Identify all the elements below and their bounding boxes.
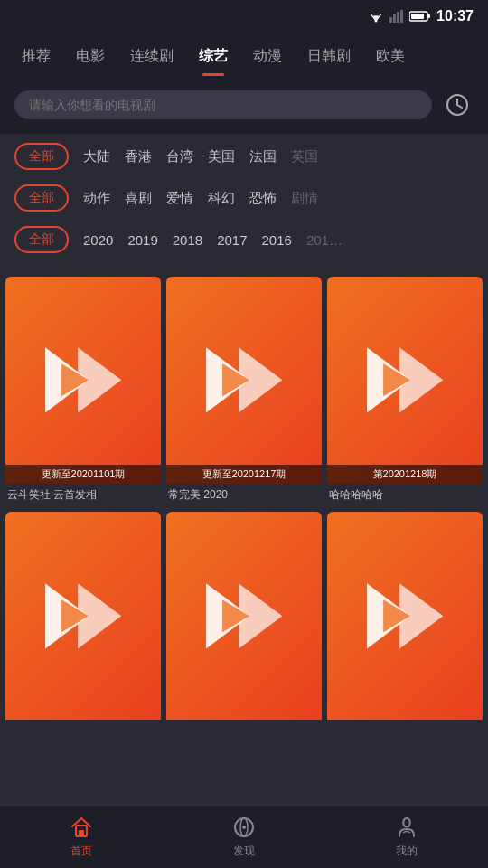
svg-rect-10 [411, 14, 424, 19]
signal-icon [389, 10, 404, 23]
tab-series[interactable]: 连续剧 [117, 33, 186, 80]
tencent-logo-3 [351, 307, 459, 453]
card-2-badge: 更新至20201217期 [166, 465, 322, 484]
card-2[interactable]: 更新至20201217期 常完美 2020 [166, 277, 322, 506]
card-5-thumbnail [166, 512, 322, 719]
clock-icon [446, 93, 469, 117]
card-6-title [327, 720, 483, 727]
filter-uk[interactable]: 英国 [291, 148, 318, 165]
filter-drama[interactable]: 剧情 [291, 190, 318, 207]
filter-france[interactable]: 法国 [249, 148, 277, 165]
filter-row-genre: 全部 动作 喜剧 爱情 科幻 恐怖 剧情 [14, 184, 474, 212]
svg-line-13 [457, 105, 462, 108]
filter-usa[interactable]: 美国 [208, 148, 235, 165]
svg-rect-4 [389, 17, 392, 23]
filter-comedy[interactable]: 喜剧 [125, 190, 152, 207]
search-input[interactable] [29, 98, 418, 112]
bottom-nav-profile-label: 我的 [396, 844, 418, 859]
tab-western[interactable]: 欧美 [363, 33, 418, 80]
card-2-title: 常完美 2020 [166, 484, 322, 506]
tab-movie[interactable]: 电影 [63, 33, 117, 80]
card-2-thumbnail: 更新至20201217期 [166, 277, 322, 484]
filter-2017[interactable]: 2017 [217, 232, 247, 248]
svg-rect-5 [393, 14, 396, 23]
filter-2018[interactable]: 2018 [173, 232, 202, 248]
filter-scifi[interactable]: 科幻 [208, 190, 235, 207]
tab-variety[interactable]: 综艺 [186, 33, 240, 80]
filter-2019[interactable]: 2019 [127, 232, 157, 248]
tencent-logo-5 [190, 543, 298, 689]
card-4[interactable] [5, 512, 161, 726]
card-3-badge: 第20201218期 [327, 465, 483, 484]
tencent-logo-2 [190, 307, 298, 453]
tab-recommend[interactable]: 推荐 [9, 33, 63, 80]
svg-rect-7 [400, 10, 403, 23]
profile-icon [394, 815, 419, 840]
bottom-nav-home[interactable]: 首页 [69, 815, 94, 859]
filter-row-region: 全部 大陆 香港 台湾 美国 法国 英国 [14, 143, 474, 170]
filter-all-region[interactable]: 全部 [14, 143, 69, 170]
content-grid: 更新至20201101期 云斗笑社·云首发相 更新至20201217期 常完美 … [0, 268, 488, 727]
card-1-title: 云斗笑社·云首发相 [5, 484, 161, 506]
card-1-thumbnail: 更新至20201101期 [5, 277, 161, 484]
filter-row-year: 全部 2020 2019 2018 2017 2016 201… [14, 226, 474, 253]
filter-all-year[interactable]: 全部 [14, 226, 69, 253]
search-bar [0, 80, 488, 134]
filter-older[interactable]: 201… [306, 232, 343, 248]
bottom-nav: 首页 发现 我的 [0, 805, 488, 868]
bottom-nav-home-label: 首页 [70, 844, 92, 859]
filter-taiwan[interactable]: 台湾 [166, 148, 193, 165]
filter-romance[interactable]: 爱情 [166, 190, 193, 207]
bottom-nav-discover[interactable]: 发现 [231, 815, 257, 859]
svg-point-18 [242, 826, 246, 829]
filter-hongkong[interactable]: 香港 [125, 148, 152, 165]
wifi-icon [368, 10, 384, 23]
status-bar: 10:37 [0, 0, 488, 33]
tab-anime[interactable]: 动漫 [240, 33, 295, 80]
battery-icon [409, 10, 431, 23]
bottom-nav-discover-label: 发现 [233, 844, 255, 859]
search-input-wrap[interactable] [14, 90, 432, 119]
history-button[interactable] [441, 89, 474, 121]
svg-rect-6 [397, 12, 399, 23]
filter-action[interactable]: 动作 [83, 190, 110, 207]
card-5[interactable] [166, 512, 322, 726]
card-3[interactable]: 第20201218期 哈哈哈哈哈 [327, 277, 483, 506]
filter-mainland[interactable]: 大陆 [83, 148, 110, 165]
svg-rect-15 [79, 830, 84, 836]
card-5-title [166, 720, 322, 727]
card-1[interactable]: 更新至20201101期 云斗笑社·云首发相 [5, 277, 161, 506]
card-6-thumbnail [327, 512, 483, 719]
status-time: 10:37 [436, 8, 474, 24]
card-1-badge: 更新至20201101期 [5, 465, 161, 484]
status-icons: 10:37 [368, 8, 474, 24]
discover-icon [231, 815, 257, 840]
tencent-logo-4 [29, 543, 137, 689]
filter-all-genre[interactable]: 全部 [14, 184, 69, 212]
svg-rect-9 [427, 14, 430, 18]
home-icon [69, 815, 94, 840]
tencent-logo-1 [29, 307, 137, 453]
card-4-title [5, 720, 161, 727]
nav-tabs: 推荐 电影 连续剧 综艺 动漫 日韩剧 欧美 [0, 33, 488, 80]
bottom-nav-profile[interactable]: 我的 [394, 815, 419, 859]
filter-2020[interactable]: 2020 [83, 232, 113, 248]
card-6[interactable] [327, 512, 483, 726]
filter-2016[interactable]: 2016 [262, 232, 292, 248]
tencent-logo-6 [351, 543, 459, 689]
card-4-thumbnail [5, 512, 161, 719]
filter-horror[interactable]: 恐怖 [249, 190, 277, 207]
card-3-title: 哈哈哈哈哈 [327, 484, 483, 506]
tab-korean[interactable]: 日韩剧 [295, 33, 363, 80]
svg-point-3 [375, 20, 378, 23]
filter-section: 全部 大陆 香港 台湾 美国 法国 英国 全部 动作 喜剧 爱情 科幻 恐怖 剧… [0, 134, 488, 253]
card-3-thumbnail: 第20201218期 [327, 277, 483, 484]
